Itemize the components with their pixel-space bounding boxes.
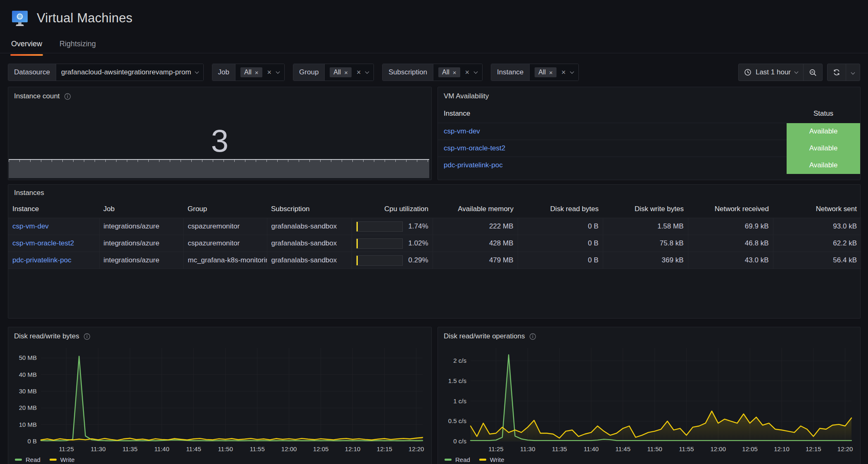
job-filter[interactable]: JobAll×× (212, 64, 285, 81)
info-icon[interactable] (83, 333, 90, 340)
svg-text:11:50: 11:50 (647, 445, 662, 452)
legend-label: Write (60, 456, 75, 463)
filter-bar: Datasource grafanacloud-awsintegrationre… (8, 63, 860, 82)
filter-value-chip[interactable]: All× (535, 67, 556, 77)
column-header: Job (99, 201, 183, 218)
info-icon[interactable] (64, 93, 71, 100)
svg-text:11:35: 11:35 (122, 445, 137, 452)
refresh-icon (833, 69, 840, 76)
subscription-filter[interactable]: SubscriptionAll×× (382, 64, 483, 81)
column-header: Group (183, 201, 267, 218)
group-cell: cspazuremonitor (183, 235, 267, 252)
group-filter[interactable]: GroupAll×× (293, 64, 374, 81)
column-header-status: Status (787, 105, 860, 123)
svg-text:12:20: 12:20 (409, 445, 424, 452)
legend-item-read[interactable]: Read (15, 456, 40, 463)
chevron-down-icon (195, 70, 199, 74)
subscription-cell: grafanalabs-sandbox (267, 235, 352, 252)
clear-icon[interactable]: × (464, 68, 471, 77)
disk-read-cell: 0 B (518, 252, 603, 269)
chevron-down-icon (365, 70, 369, 74)
disk-bytes-panel: Disk read/write bytes 0 B10 MB20 MB30 MB… (8, 327, 432, 464)
table-row: csp-vm-oracle-test2integrations/azurecsp… (8, 235, 861, 252)
cpu-utilization-cell: 1.02% (352, 235, 433, 252)
disk-ops-chart[interactable]: 0 c/s0.5 c/s1 c/s1.5 c/s2 c/s11:2511:301… (443, 343, 855, 455)
instance-filter[interactable]: InstanceAll×× (491, 64, 579, 81)
table-row: pdc-privatelink-pocAvailable (438, 157, 860, 174)
svg-text:12:20: 12:20 (837, 445, 853, 452)
clear-icon[interactable]: × (266, 68, 273, 77)
panel-title: Instance count (14, 92, 60, 100)
svg-text:11:45: 11:45 (186, 445, 201, 452)
svg-text:11:40: 11:40 (154, 445, 169, 452)
filter-label: Job (212, 64, 235, 81)
legend-item-write[interactable]: Write (479, 456, 504, 463)
legend-label: Read (455, 456, 470, 463)
refresh-interval-button[interactable] (846, 64, 860, 81)
close-icon[interactable]: × (344, 69, 348, 76)
svg-text:12:10: 12:10 (774, 445, 790, 452)
subscription-cell: grafanalabs-sandbox (267, 218, 352, 235)
svg-text:11:55: 11:55 (250, 445, 264, 452)
memory-cell: 222 MB (433, 218, 518, 235)
memory-cell: 428 MB (433, 235, 518, 252)
legend-swatch (479, 459, 486, 461)
zoom-out-button[interactable] (803, 64, 822, 81)
page-title: Virtual Machines (37, 11, 133, 26)
column-header-instance: Instance (438, 105, 787, 123)
svg-text:11:50: 11:50 (218, 445, 233, 452)
datasource-picker[interactable]: Datasource grafanacloud-awsintegrationre… (8, 64, 204, 81)
svg-text:11:35: 11:35 (552, 445, 567, 452)
svg-text:0 B: 0 B (27, 438, 37, 445)
instance-count-gauge (9, 159, 429, 178)
column-header: Subscription (267, 201, 352, 218)
vm-availability-table: Instance Status csp-vm-devAvailablecsp-v… (438, 105, 860, 174)
instance-link[interactable]: csp-vm-oracle-test2 (8, 235, 99, 252)
vm-availability-panel: VM Availability Instance Status csp-vm-d… (438, 87, 861, 180)
panel-title: VM Availability (444, 92, 489, 100)
svg-text:12:15: 12:15 (377, 445, 392, 452)
close-icon[interactable]: × (549, 69, 553, 76)
disk-read-cell: 0 B (518, 235, 603, 252)
info-icon[interactable] (529, 333, 536, 340)
refresh-button[interactable] (828, 64, 846, 81)
cpu-bar-gauge (356, 255, 403, 266)
network-received-cell: 69.9 kB (688, 218, 773, 235)
legend-item-read[interactable]: Read (445, 456, 470, 463)
close-icon[interactable]: × (453, 69, 457, 76)
chevron-down-icon (276, 70, 280, 74)
svg-text:0.5 c/s: 0.5 c/s (448, 417, 466, 424)
disk-bytes-chart[interactable]: 0 B10 MB20 MB30 MB40 MB50 MB11:2511:3011… (14, 343, 426, 455)
svg-text:20 MB: 20 MB (19, 404, 37, 411)
column-header: Instance (8, 201, 99, 218)
svg-text:11:55: 11:55 (679, 445, 694, 452)
clock-icon (744, 69, 751, 76)
instance-link[interactable]: csp-vm-dev (438, 123, 787, 140)
disk-write-cell: 369 kB (603, 252, 688, 269)
instance-link[interactable]: pdc-privatelink-poc (438, 157, 787, 174)
instances-table: InstanceJobGroupSubscriptionCpu utilizat… (8, 201, 861, 269)
time-range-button[interactable]: Last 1 hour (739, 64, 803, 81)
column-header: Available memory (433, 201, 518, 218)
clear-icon[interactable]: × (356, 68, 362, 77)
tab-overview[interactable]: Overview (10, 38, 43, 53)
filter-value-chip[interactable]: All× (438, 67, 460, 77)
tab-rightsizing[interactable]: Rightsizing (59, 38, 97, 53)
job-cell: integrations/azure (99, 218, 183, 235)
panel-title: Disk read/write operations (444, 332, 525, 340)
filter-value-chip[interactable]: All× (330, 67, 352, 77)
clear-icon[interactable]: × (561, 68, 567, 77)
instances-panel: Instances InstanceJobGroupSubscriptionCp… (8, 184, 861, 319)
time-range-label: Last 1 hour (756, 68, 791, 76)
filter-value: All (538, 69, 546, 76)
svg-text:11:25: 11:25 (59, 445, 74, 452)
job-cell: integrations/azure (99, 235, 183, 252)
close-icon[interactable]: × (255, 69, 259, 76)
instance-link[interactable]: csp-vm-oracle-test2 (438, 140, 787, 157)
instance-link[interactable]: csp-vm-dev (8, 218, 99, 235)
dashboard-header: Virtual Machines (0, 0, 868, 36)
filter-value-chip[interactable]: All× (240, 67, 262, 77)
instance-link[interactable]: pdc-privatelink-poc (8, 252, 99, 269)
job-cell: integrations/azure (99, 252, 183, 269)
legend-item-write[interactable]: Write (50, 456, 75, 463)
